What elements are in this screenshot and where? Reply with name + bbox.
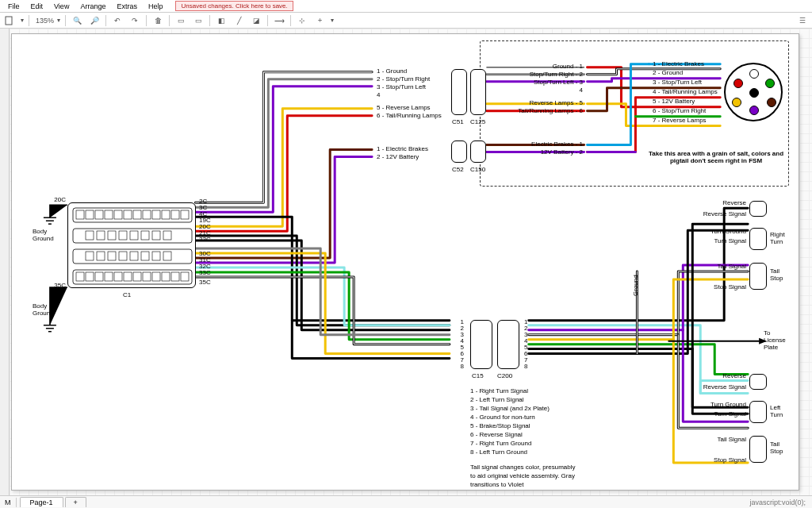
label-c52: C52 [452, 166, 464, 173]
lbl-turngnd-r: Turn Ground [678, 228, 746, 235]
canvas[interactable]: C1 C51 C125 C52 C150 C15 C200 [0, 29, 812, 495]
lbl-top-eb: 1 - Electric Brakes [377, 145, 428, 152]
lbl-d-r5: Reverse Lamps - 5 [504, 99, 583, 106]
menubar: File Edit View Arrange Extras Help Unsav… [0, 0, 812, 13]
new-doc-icon[interactable] [3, 14, 16, 27]
menu-view[interactable]: View [49, 2, 74, 11]
label-c51: C51 [452, 118, 464, 125]
lbl-turnsig-r: Turn Signal [678, 237, 746, 244]
shadow-icon[interactable]: ◪ [250, 14, 262, 27]
lbl-dr-trl: 4 - Tail/Running Lamps [653, 88, 718, 95]
connector-c15 [470, 320, 492, 369]
toolbar: ▾ 135%▾ 🔍 🔎 ↶ ↷ 🗑 ▭ ▭ ◧ ╱ ◪ ⟶ ⊹ ＋ ▾ ☰ [0, 13, 812, 29]
page[interactable]: C1 C51 C125 C52 C150 C15 C200 [11, 33, 799, 491]
label-body-ground-1: Body Ground [33, 228, 64, 242]
label-c15: C15 [472, 372, 484, 379]
note-caution: Take this area with a grain of salt, col… [646, 150, 786, 164]
connector-c150 [470, 140, 486, 163]
statusbar: M Page-1 + javascript:void(0); [0, 495, 812, 508]
lbl-tailsig-r: Tail Signal [678, 263, 746, 270]
connector-reverse-r [749, 201, 767, 217]
label-c125: C125 [470, 118, 485, 125]
redo-icon[interactable]: ↷ [128, 14, 141, 27]
connector-c51 [451, 69, 467, 115]
lbl-revsig-l: Reverse Signal [678, 383, 746, 391]
lbl-d-eb1: Electric Brakes - 1 [504, 140, 583, 148]
back-icon[interactable]: ▭ [192, 14, 205, 27]
connector-c200 [497, 320, 519, 369]
fill-icon[interactable]: ◧ [215, 14, 228, 27]
connector-tail-stop-r [749, 263, 767, 290]
lbl-stopsig-l: Stop Signal [678, 456, 746, 464]
tab-page-1[interactable]: Page-1 [20, 497, 63, 507]
lbl-d-s2: Stop/Turn Right - 2 [504, 71, 583, 78]
menu-file[interactable]: File [3, 2, 25, 11]
waypoint-icon[interactable]: ⊹ [296, 14, 308, 27]
add-page-button[interactable]: + [65, 497, 86, 507]
connector-7pin-round [724, 63, 783, 121]
lbl-reverse-l: Reverse [691, 372, 746, 379]
lbl-tailstop-l: Tail Stop [770, 441, 783, 455]
pin-22c: 22C [199, 236, 211, 243]
ruler-vertical [0, 29, 10, 495]
zoom-value: 135% [34, 17, 56, 25]
lbl-dr-g: 2 - Ground [653, 69, 683, 76]
lbl-d-bv2: 12V Battery - 2 [504, 148, 583, 156]
connector-right-turn [749, 228, 767, 250]
connector-left-turn [749, 401, 767, 423]
pin-33c: 33C [199, 269, 211, 276]
menu-edit[interactable]: Edit [26, 2, 48, 11]
connector-c52 [451, 140, 467, 163]
unsaved-warning[interactable]: Unsaved changes. Click here to save. [175, 1, 293, 11]
lbl-stopsig-r: Stop Signal [678, 283, 746, 291]
lbl-top-2: 2 - Stop/Turn Right [377, 75, 430, 83]
undo-icon[interactable]: ↶ [111, 14, 124, 27]
pin-35c: 35C [47, 282, 66, 289]
lbl-top-3: 3 - Stop/Turn Left [377, 83, 426, 90]
label-body-ground-2: Body Ground [33, 302, 64, 317]
legend: 1 - Right Turn Signal2 - Left Turn Signa… [470, 387, 581, 489]
front-icon[interactable]: ▭ [174, 14, 187, 27]
label-c200: C200 [497, 372, 512, 379]
format-panel-icon[interactable]: ☰ [796, 14, 809, 27]
connector-c125 [470, 69, 486, 115]
lbl-right-turn: Right Turn [770, 231, 785, 245]
lbl-reverse-r: Reverse [691, 199, 746, 206]
menu-extras[interactable]: Extras [112, 2, 142, 11]
zoom-out-icon[interactable]: 🔎 [88, 14, 101, 27]
outline-toggle[interactable]: M [0, 498, 17, 507]
line-icon[interactable]: ╱ [232, 14, 245, 27]
connector-c1 [67, 202, 196, 288]
connector-reverse-l [749, 374, 767, 390]
lbl-top-bv: 2 - 12V Battery [377, 153, 419, 160]
menu-help[interactable]: Help [144, 2, 168, 11]
label-c1: C1 [123, 291, 131, 298]
lbl-dr-stl: 3 - Stop/Turn Left [653, 79, 702, 86]
lbl-top-6: 6 - Tail/Running Lamps [377, 112, 442, 119]
delete-icon[interactable]: 🗑 [151, 14, 164, 27]
connection-icon[interactable]: ⟶ [273, 14, 285, 27]
menu-arrange[interactable]: Arrange [75, 2, 110, 11]
lbl-ground-vert: Ground [632, 275, 639, 296]
pin-35cb: 35C [199, 279, 211, 286]
zoom-in-icon[interactable]: 🔍 [71, 14, 83, 27]
svg-rect-0 [6, 17, 12, 25]
zoom-control[interactable]: 135%▾ [34, 17, 60, 25]
add-icon[interactable]: ＋ [313, 14, 326, 27]
status-text: javascript:void(0); [749, 498, 812, 506]
lbl-tailsig-l: Tail Signal [678, 436, 746, 443]
label-c150: C150 [470, 166, 485, 173]
lbl-top-1: 1 - Ground [377, 67, 407, 75]
mid-r8: 8 [524, 363, 527, 370]
lbl-turngnd-l: Turn Ground [678, 401, 746, 408]
lbl-d-s3: Stop/Turn Left - 3 [504, 79, 583, 86]
lbl-top-4: 4 [377, 91, 380, 98]
lbl-d-4: 4 [504, 87, 583, 94]
lbl-d-t6: Tail/Running Lamps - 6 [504, 107, 583, 114]
lbl-tailstop-r: Tail Stop [770, 267, 783, 282]
lbl-dr-eb: 1 - Electric Brakes [653, 60, 704, 67]
lbl-dr-rev: 7 - Reverse Lamps [653, 117, 707, 124]
lbl-dr-12v: 5 - 12V Battery [653, 98, 695, 105]
lbl-left-turn: Left Turn [770, 404, 783, 418]
mid-n8: 8 [453, 363, 464, 370]
